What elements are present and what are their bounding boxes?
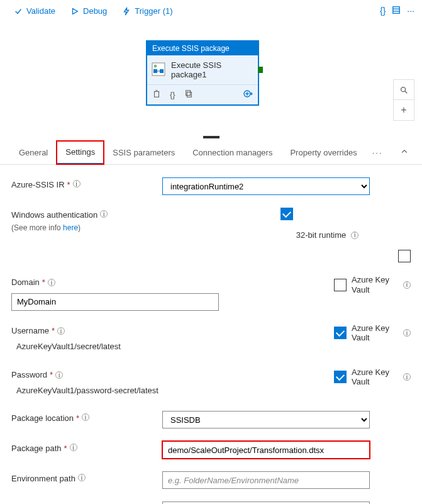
required-marker: * xyxy=(67,180,70,191)
info-icon[interactable]: i xyxy=(100,210,108,218)
svg-rect-1 xyxy=(393,7,400,14)
runtime-32bit-checkbox[interactable] xyxy=(398,250,411,262)
search-canvas-icon[interactable] xyxy=(394,80,414,100)
tab-ssis-parameters[interactable]: SSIS parameters xyxy=(104,142,184,164)
domain-input[interactable] xyxy=(11,293,219,311)
password-akv-checkbox[interactable] xyxy=(334,371,347,383)
trigger-label: Trigger (1) xyxy=(135,6,172,16)
svg-rect-8 xyxy=(160,69,164,73)
debug-label: Debug xyxy=(83,6,107,16)
azure-ssis-ir-select[interactable]: integrationRuntime2 xyxy=(162,177,370,195)
add-output-icon[interactable] xyxy=(243,89,253,101)
pipeline-canvas[interactable]: Execute SSIS package Execute SSIS packag… xyxy=(0,23,422,136)
windows-auth-label: Windows authentication xyxy=(11,210,97,221)
package-path-input[interactable] xyxy=(162,441,370,459)
validate-label: Validate xyxy=(26,6,55,16)
checkmark-icon xyxy=(14,7,23,16)
trigger-button[interactable]: Trigger (1) xyxy=(116,4,179,18)
validate-button[interactable]: Validate xyxy=(8,4,62,18)
info-icon[interactable]: i xyxy=(55,371,63,379)
tab-property-overrides[interactable]: Property overrides xyxy=(281,142,365,164)
username-akv-label: Azure Key Vault xyxy=(352,323,396,343)
info-icon[interactable]: i xyxy=(73,180,81,188)
username-label: Username xyxy=(11,326,49,337)
collapse-panel-icon[interactable] xyxy=(397,142,412,164)
environment-path-label: Environment path xyxy=(11,474,75,484)
domain-label: Domain xyxy=(11,277,40,288)
svg-rect-13 xyxy=(187,92,191,97)
runtime-32bit-label: 32-bit runtime xyxy=(296,230,346,240)
toolbar: Validate Debug Trigger (1) {} ··· xyxy=(0,0,422,23)
add-activity-icon[interactable]: + xyxy=(394,100,414,120)
azure-ssis-ir-label: Azure-SSIS IR xyxy=(11,180,65,191)
tabs-overflow[interactable]: ··· xyxy=(366,142,389,164)
braces-icon[interactable]: {} xyxy=(380,6,386,16)
info-icon[interactable]: i xyxy=(82,413,89,421)
svg-line-20 xyxy=(405,91,408,93)
node-type: Execute SSIS package xyxy=(147,42,258,55)
debug-button[interactable]: Debug xyxy=(64,4,113,18)
username-value: AzureKeyVault1/secret/latest xyxy=(11,339,126,355)
info-icon[interactable]: i xyxy=(70,444,77,451)
package-location-label: Package location xyxy=(11,413,74,424)
svg-marker-0 xyxy=(73,8,78,14)
delete-icon[interactable] xyxy=(152,89,161,100)
info-icon[interactable]: i xyxy=(403,329,411,337)
panel-resize-handle[interactable] xyxy=(203,136,219,138)
info-icon[interactable]: i xyxy=(403,373,411,381)
windows-auth-checkbox[interactable] xyxy=(280,208,293,220)
domain-akv-label: Azure Key Vault xyxy=(352,275,396,294)
code-icon[interactable]: {} xyxy=(170,90,175,99)
info-icon[interactable]: i xyxy=(57,327,65,335)
copy-icon[interactable] xyxy=(184,89,193,100)
activity-node[interactable]: Execute SSIS package Execute SSIS packag… xyxy=(146,40,259,106)
password-label: Password xyxy=(11,370,47,381)
password-akv-label: Azure Key Vault xyxy=(352,367,396,387)
password-value: AzureKeyVault1/password-secret/latest xyxy=(11,383,164,399)
info-icon[interactable]: i xyxy=(403,281,411,289)
domain-akv-checkbox[interactable] xyxy=(334,279,347,291)
package-location-select[interactable]: SSISDB xyxy=(162,411,370,428)
svg-rect-7 xyxy=(153,69,157,73)
windows-auth-help-link[interactable]: here xyxy=(63,223,78,232)
info-icon[interactable]: i xyxy=(351,232,358,239)
package-path-label: Package path xyxy=(11,444,62,454)
canvas-toolbox: + xyxy=(393,79,414,121)
svg-point-19 xyxy=(401,87,406,91)
svg-rect-10 xyxy=(155,92,159,98)
tab-settings[interactable]: Settings xyxy=(57,141,104,164)
tab-connection-managers[interactable]: Connection managers xyxy=(184,142,281,164)
environment-path-input[interactable] xyxy=(162,471,370,489)
output-connector[interactable] xyxy=(258,67,263,73)
package-icon xyxy=(151,62,166,79)
more-icon[interactable]: ··· xyxy=(407,6,414,16)
info-icon[interactable]: i xyxy=(78,474,86,481)
node-label: Execute SSIS package1 xyxy=(171,60,254,79)
info-icon[interactable]: i xyxy=(48,279,55,286)
properties-tabs: General Settings SSIS parameters Connect… xyxy=(0,141,422,165)
logging-level-select[interactable]: Basic xyxy=(162,501,370,504)
play-icon xyxy=(70,7,79,16)
properties-icon[interactable] xyxy=(392,6,401,16)
tab-general[interactable]: General xyxy=(10,142,57,164)
lightning-icon xyxy=(122,7,131,16)
settings-form: Azure-SSIS IR * i integrationRuntime2 Wi… xyxy=(0,165,422,504)
username-akv-checkbox[interactable] xyxy=(334,327,347,339)
svg-rect-14 xyxy=(186,91,190,96)
